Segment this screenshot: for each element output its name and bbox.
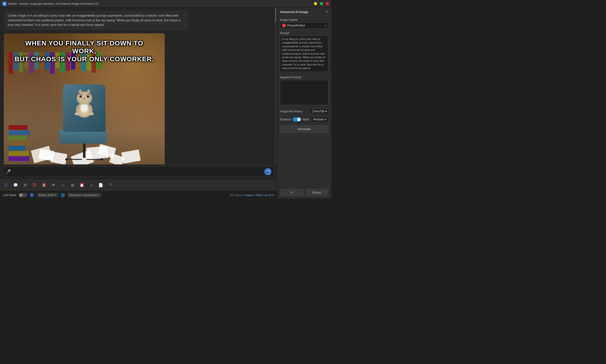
- chair-base: [83, 143, 85, 158]
- settings-button[interactable]: ⚙: [21, 181, 29, 189]
- book: [35, 52, 39, 69]
- style-chevron-icon: ▾: [325, 118, 326, 121]
- cat-paw-left: [75, 112, 79, 115]
- style-selector[interactable]: Realistic ▾: [311, 117, 329, 122]
- right-panel: Advanced AI Image ✕ Image Engine: Pictur…: [277, 8, 331, 199]
- prompt-label: Prompt: [280, 31, 329, 35]
- edit-button[interactable]: ✏: [280, 189, 303, 196]
- chat-input[interactable]: [13, 170, 263, 174]
- cat-chest: [81, 103, 88, 112]
- statusbar-right: SR Options: English | Offline Lite-CPU: [230, 194, 274, 196]
- chair-back: [63, 84, 105, 132]
- mute-button[interactable]: 🔇: [40, 181, 48, 189]
- star-button[interactable]: ☆: [59, 181, 67, 189]
- book: [97, 52, 101, 69]
- braina-profile-label: Braina Swift: [39, 194, 54, 197]
- sr-options-label: SR Options:: [230, 194, 244, 196]
- engine-icon: [282, 24, 286, 27]
- book: [92, 52, 96, 73]
- chevron-down-icon-2: ▾: [98, 194, 99, 197]
- menu-button[interactable]: ☰: [2, 181, 10, 189]
- scroll-thumb[interactable]: [275, 8, 276, 22]
- generate-button[interactable]: Generate: [280, 125, 329, 133]
- sr-english-link[interactable]: English: [245, 194, 253, 196]
- cat-eye-left: [79, 96, 82, 98]
- book: [40, 52, 44, 72]
- braina-profile-selector[interactable]: Braina Swift ▾: [37, 193, 58, 197]
- engine-name: PicturaPerfect: [287, 24, 324, 27]
- stacked-book: [9, 130, 30, 135]
- chevron-down-icon: ▾: [55, 194, 56, 197]
- book: [76, 52, 80, 73]
- book: [24, 52, 28, 69]
- resolution-chevron-icon: ▾: [325, 110, 327, 113]
- messages: Create image of A cat sitting in a tiny …: [0, 8, 277, 164]
- book: [71, 52, 75, 69]
- globe-icon: 🌐: [61, 193, 65, 197]
- right-panel-header: Advanced AI Image ✕: [277, 8, 331, 16]
- engine-selector[interactable]: PicturaPerfect ▾: [280, 23, 329, 29]
- help-button[interactable]: ?: [106, 181, 115, 189]
- d-button[interactable]: D: [30, 181, 39, 189]
- eye-button[interactable]: 👁: [49, 181, 58, 189]
- book: [81, 52, 86, 71]
- doc-button[interactable]: 📄: [97, 181, 105, 189]
- book: [50, 52, 54, 74]
- stacked-book: [9, 125, 27, 130]
- resolution-value: 1344x768: [312, 110, 324, 113]
- clock-button[interactable]: ⏰: [78, 181, 86, 189]
- book: [61, 52, 65, 72]
- resolution-section: Image Resolution: 1344x768 ▾: [280, 109, 329, 114]
- enhance-label: Enhance: [280, 118, 291, 121]
- book: [55, 52, 60, 68]
- enhance-toggle[interactable]: [292, 117, 301, 122]
- book: [29, 52, 34, 73]
- close-button[interactable]: [326, 2, 329, 5]
- titlebar-controls[interactable]: [314, 2, 329, 5]
- scroll-indicator[interactable]: [275, 8, 276, 164]
- reset-button[interactable]: Reset: [305, 189, 329, 196]
- book: [87, 52, 91, 70]
- mic-button[interactable]: 🎤: [264, 168, 271, 175]
- cat-eye-right: [87, 96, 89, 98]
- book: [9, 52, 13, 74]
- style-value: Realistic: [313, 118, 324, 121]
- statusbar-left: LLM Mode B Braina Swift ▾ 🌐 Maximum Inte…: [3, 193, 102, 197]
- book: [45, 52, 49, 70]
- titlebar-left: B Braina - Human Language Interface | AI…: [2, 2, 98, 6]
- toggle-knob: [19, 194, 23, 197]
- chat-area: Create image of A cat sitting in a tiny …: [0, 8, 277, 199]
- cat-torso: [76, 103, 92, 117]
- llm-mode-toggle[interactable]: [19, 193, 27, 197]
- minimize-button[interactable]: [314, 2, 317, 5]
- braina-badge: B: [30, 193, 34, 197]
- sr-offline-link[interactable]: Offline Lite-CPU: [255, 194, 274, 196]
- input-row: 🎤 🎤: [3, 167, 274, 177]
- negative-prompt-label: Negative Prompt: [280, 76, 329, 79]
- statusbar: LLM Mode B Braina Swift ▾ 🌐 Maximum Inte…: [0, 191, 277, 199]
- cat-brow-right: [86, 94, 90, 96]
- engine-label: Image Engine:: [280, 18, 329, 22]
- toolbar: ☰ 💬 ⚙ D 🔇 👁 ☆ ⊞ ⏰ ♫ 📄 ?: [0, 179, 277, 191]
- llm-mode-label: LLM Mode: [3, 194, 16, 197]
- attachment-button[interactable]: 🎤: [5, 169, 11, 174]
- input-area: 🎤 🎤: [0, 164, 277, 179]
- cat-paw-right: [89, 112, 94, 115]
- negative-prompt-textarea[interactable]: [280, 80, 329, 105]
- music-button[interactable]: ♫: [87, 181, 96, 189]
- maximize-button[interactable]: [320, 2, 323, 5]
- grid-button[interactable]: ⊞: [68, 181, 77, 189]
- cat: [74, 91, 95, 115]
- chat-button[interactable]: 💬: [11, 181, 20, 189]
- panel-bottom-buttons: ✏ Reset: [280, 189, 329, 196]
- right-panel-close-button[interactable]: ✕: [325, 10, 329, 14]
- max-interactions-selector[interactable]: Maximum Interactions ▾: [67, 193, 102, 197]
- right-panel-title: Advanced AI Image: [280, 10, 308, 14]
- resolution-selector[interactable]: 1344x768 ▾: [310, 109, 329, 114]
- edit-icon: ✏: [290, 191, 293, 195]
- titlebar-logo: B: [2, 2, 7, 6]
- book: [66, 52, 70, 71]
- chair: [62, 84, 107, 159]
- style-label: Style:: [303, 118, 310, 121]
- prompt-textarea[interactable]: A cat sitting in a tiny chair with an ex…: [280, 36, 329, 72]
